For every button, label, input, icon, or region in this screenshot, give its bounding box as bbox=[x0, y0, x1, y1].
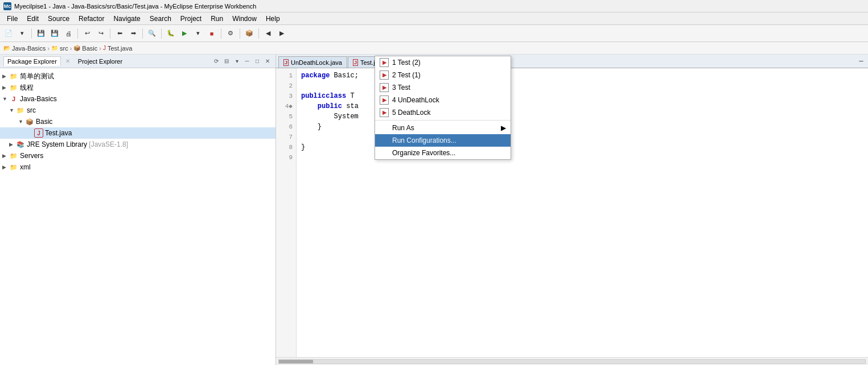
breadcrumb-item-4[interactable]: Test.java bbox=[108, 45, 132, 52]
breadcrumb-item-3[interactable]: Basic bbox=[82, 45, 97, 52]
line-num-9: 9 bbox=[276, 152, 293, 163]
panel-collapse-icon[interactable]: ⊟ bbox=[222, 57, 231, 66]
toolbar-print-btn[interactable]: 🖨 bbox=[62, 27, 75, 40]
package-icon: 📦 bbox=[25, 117, 34, 126]
toolbar-undo-btn[interactable]: ↩ bbox=[81, 27, 93, 40]
menu-help[interactable]: Help bbox=[261, 14, 285, 24]
folder-icon: 📁 bbox=[9, 151, 18, 160]
bottom-scroll[interactable] bbox=[276, 357, 868, 365]
line-num-5: 5 bbox=[276, 111, 293, 122]
tree-arrow-icon: ▶ bbox=[2, 153, 9, 159]
toolbar-run-dropdown[interactable]: ▾ bbox=[192, 27, 204, 40]
tree-item-test-java[interactable]: ▶ J Test.java bbox=[0, 127, 275, 139]
toolbar-run-btn[interactable]: ▶ bbox=[178, 27, 191, 40]
code-line-6: } bbox=[301, 122, 863, 132]
line-num-7: 7 bbox=[276, 132, 293, 142]
code-line-1: package Basic; bbox=[301, 70, 863, 81]
toolbar-nav-back[interactable]: ◀ bbox=[262, 27, 274, 40]
toolbar-save-btn[interactable]: 💾 bbox=[35, 27, 47, 40]
editor-minimize-btn[interactable]: ─ bbox=[857, 57, 866, 66]
menu-edit[interactable]: Edit bbox=[22, 14, 43, 24]
tree-item-simple-test[interactable]: ▶ 📁 简单的测试 bbox=[0, 70, 275, 82]
toolbar-extra-btn[interactable]: 📦 bbox=[243, 27, 256, 40]
toolbar-search-btn[interactable]: 🔍 bbox=[146, 27, 158, 40]
editor-tabs: J UnDeathLock.java J Test.java J Test.ja… bbox=[276, 55, 868, 68]
toolbar-sep-1 bbox=[31, 28, 32, 39]
line-num-1: 1 bbox=[276, 70, 293, 81]
toolbar-sep-5 bbox=[161, 28, 162, 39]
toolbar-stop-btn[interactable]: ■ bbox=[205, 27, 218, 40]
breadcrumb-item-1[interactable]: Java-Basics bbox=[12, 45, 46, 52]
scroll-thumb[interactable] bbox=[279, 360, 313, 363]
panel-menu-icon[interactable]: ▾ bbox=[232, 57, 241, 66]
toolbar-nav-fwd[interactable]: ▶ bbox=[275, 27, 288, 40]
menu-run[interactable]: Run bbox=[206, 14, 228, 24]
tree-item-basic[interactable]: ▼ 📦 Basic bbox=[0, 116, 275, 127]
breadcrumb: 📂 Java-Basics › 📁 src › 📦 Basic › J Test… bbox=[0, 42, 868, 55]
window-title: Myecilpise1 - Java - Java-Basics/src/Bas… bbox=[14, 3, 256, 10]
tab-label: UnDeathLock.java bbox=[291, 59, 342, 66]
code-line-2 bbox=[301, 81, 863, 91]
toolbar-build-btn[interactable]: ⚙ bbox=[224, 27, 237, 40]
line-num-2: 2 bbox=[276, 81, 293, 91]
toolbar-redo-btn[interactable]: ↪ bbox=[94, 27, 107, 40]
menu-project[interactable]: Project bbox=[176, 14, 206, 24]
panel-maximize-icon[interactable]: □ bbox=[253, 57, 262, 66]
scroll-track[interactable] bbox=[278, 359, 866, 364]
line-num-8: 8 bbox=[276, 142, 293, 152]
toolbar-sep-3 bbox=[110, 28, 110, 39]
tab-label: Test.java bbox=[403, 59, 427, 65]
breadcrumb-icon-2: 📁 bbox=[51, 45, 58, 51]
menu-source[interactable]: Source bbox=[43, 14, 74, 24]
main-layout: Package Explorer ✕ Project Explorer ⟳ ⊟ … bbox=[0, 55, 868, 365]
tree-item-jre[interactable]: ▶ 📚 JRE System Library [JavaSE-1.8] bbox=[0, 139, 275, 150]
toolbar-new-btn[interactable]: 📄 bbox=[2, 27, 15, 40]
tab-label: Test.java bbox=[360, 59, 385, 66]
tree-label: JRE System Library [JavaSE-1.8] bbox=[27, 140, 128, 148]
panel-minimize-icon[interactable]: ─ bbox=[242, 57, 252, 66]
folder-icon: 📁 bbox=[9, 163, 18, 172]
folder-icon: 📁 bbox=[9, 83, 18, 92]
tree-label: Java-Basics bbox=[20, 95, 57, 103]
tree-item-servers[interactable]: ▶ 📁 Servers bbox=[0, 150, 275, 161]
editor-tab-undeathlock[interactable]: J UnDeathLock.java bbox=[278, 56, 347, 68]
breadcrumb-item-2[interactable]: src bbox=[60, 45, 68, 52]
tree-label: 简单的测试 bbox=[20, 72, 54, 81]
line-num-3: 3 bbox=[276, 91, 293, 101]
breadcrumb-sep-3: › bbox=[99, 45, 101, 52]
tree-item-thread[interactable]: ▶ 📁 线程 bbox=[0, 82, 275, 93]
menu-navigate[interactable]: Navigate bbox=[109, 14, 145, 24]
app-logo: Mc bbox=[3, 2, 11, 10]
toolbar: 📄 ▾ 💾 💾 🖨 ↩ ↪ ⬅ ➡ 🔍 🐛 ▶ ▾ ■ ⚙ 📦 ◀ ▶ bbox=[0, 25, 868, 42]
editor-tab-test-active[interactable]: J Test.java ✕ bbox=[390, 56, 439, 68]
tree-label: 线程 bbox=[20, 83, 34, 93]
tree-item-java-basics[interactable]: ▼ J Java-Basics bbox=[0, 93, 275, 105]
code-line-4: public sta bbox=[301, 101, 863, 111]
menu-file[interactable]: File bbox=[2, 14, 22, 24]
code-line-8: } bbox=[301, 142, 863, 152]
panel-close-btn[interactable]: ✕ bbox=[263, 57, 272, 66]
tab-close-icon[interactable]: ✕ bbox=[430, 59, 435, 65]
code-content[interactable]: package Basic; public class T public sta… bbox=[297, 68, 868, 357]
title-bar: Mc Myecilpise1 - Java - Java-Basics/src/… bbox=[0, 0, 868, 13]
toolbar-dropdown-btn[interactable]: ▾ bbox=[16, 27, 28, 40]
tree-arrow-icon: ▼ bbox=[2, 96, 9, 102]
tree-item-src[interactable]: ▼ 📁 src bbox=[0, 105, 275, 116]
toolbar-saveall-btn[interactable]: 💾 bbox=[48, 27, 61, 40]
tree-arrow-icon: ▶ bbox=[2, 73, 9, 79]
jre-icon: 📚 bbox=[16, 140, 25, 149]
toolbar-prev-btn[interactable]: ⬅ bbox=[113, 27, 126, 40]
toolbar-debug-btn[interactable]: 🐛 bbox=[164, 27, 177, 40]
tree-item-xml[interactable]: ▶ 📁 xml bbox=[0, 161, 275, 173]
panel-header: Package Explorer ✕ Project Explorer ⟳ ⊟ … bbox=[0, 55, 275, 68]
menu-refactor[interactable]: Refactor bbox=[74, 14, 109, 24]
menu-bar: File Edit Source Refactor Navigate Searc… bbox=[0, 13, 868, 25]
menu-search[interactable]: Search bbox=[145, 14, 176, 24]
panel-sync-icon[interactable]: ⟳ bbox=[212, 57, 221, 66]
menu-window[interactable]: Window bbox=[228, 14, 261, 24]
editor-tab-test1[interactable]: J Test.java bbox=[348, 56, 390, 68]
tab-package-explorer[interactable]: Package Explorer bbox=[3, 56, 61, 66]
panel-close-icon[interactable]: ✕ bbox=[65, 58, 70, 64]
tab-project-explorer[interactable]: Project Explorer bbox=[75, 57, 126, 66]
toolbar-next-btn[interactable]: ➡ bbox=[127, 27, 139, 40]
